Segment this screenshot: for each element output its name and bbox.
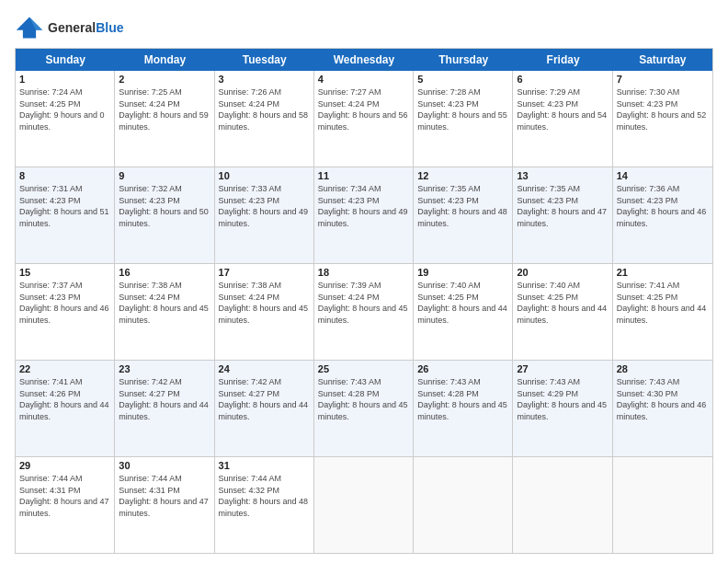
day-number: 18 (318, 267, 409, 278)
page: GeneralBlue SundayMondayTuesdayWednesday… (0, 0, 728, 563)
day-info: Sunrise: 7:34 AMSunset: 4:23 PMDaylight:… (318, 183, 409, 229)
day-info: Sunrise: 7:38 AMSunset: 4:24 PMDaylight:… (219, 280, 310, 326)
day-number: 3 (219, 74, 310, 85)
calendar-row: 1Sunrise: 7:24 AMSunset: 4:25 PMDaylight… (16, 71, 712, 167)
weekday-header: Sunday (16, 49, 115, 71)
day-info: Sunrise: 7:25 AMSunset: 4:24 PMDaylight:… (119, 86, 210, 132)
day-info: Sunrise: 7:24 AMSunset: 4:25 PMDaylight:… (19, 86, 110, 132)
day-info: Sunrise: 7:44 AMSunset: 4:32 PMDaylight:… (219, 473, 310, 519)
day-number: 9 (119, 170, 210, 181)
day-info: Sunrise: 7:35 AMSunset: 4:23 PMDaylight:… (417, 183, 508, 229)
day-number: 17 (219, 267, 310, 278)
calendar-cell: 11Sunrise: 7:34 AMSunset: 4:23 PMDayligh… (314, 167, 414, 263)
calendar-cell: 23Sunrise: 7:42 AMSunset: 4:27 PMDayligh… (115, 361, 214, 456)
calendar-cell: 25Sunrise: 7:43 AMSunset: 4:28 PMDayligh… (314, 361, 414, 456)
calendar-cell: 8Sunrise: 7:31 AMSunset: 4:23 PMDaylight… (16, 167, 115, 263)
calendar-cell: 28Sunrise: 7:43 AMSunset: 4:30 PMDayligh… (613, 361, 712, 456)
day-number: 28 (617, 363, 709, 374)
calendar-cell: 10Sunrise: 7:33 AMSunset: 4:23 PMDayligh… (215, 167, 314, 263)
calendar-cell: 30Sunrise: 7:44 AMSunset: 4:31 PMDayligh… (115, 457, 214, 553)
calendar-cell: 4Sunrise: 7:27 AMSunset: 4:24 PMDaylight… (314, 71, 414, 167)
day-number: 2 (119, 74, 210, 85)
weekday-header: Thursday (414, 49, 513, 71)
calendar-cell: 21Sunrise: 7:41 AMSunset: 4:25 PMDayligh… (613, 264, 712, 360)
day-number: 25 (318, 363, 409, 374)
day-info: Sunrise: 7:33 AMSunset: 4:23 PMDaylight:… (219, 183, 310, 229)
logo-icon (15, 15, 44, 40)
logo-text: GeneralBlue (48, 20, 123, 35)
day-info: Sunrise: 7:41 AMSunset: 4:26 PMDaylight:… (19, 376, 110, 422)
calendar-cell: 24Sunrise: 7:42 AMSunset: 4:27 PMDayligh… (215, 361, 314, 456)
weekday-header: Tuesday (215, 49, 314, 71)
weekday-header: Wednesday (314, 49, 414, 71)
calendar-cell: 27Sunrise: 7:43 AMSunset: 4:29 PMDayligh… (513, 361, 612, 456)
day-info: Sunrise: 7:30 AMSunset: 4:23 PMDaylight:… (617, 86, 709, 132)
calendar-row: 29Sunrise: 7:44 AMSunset: 4:31 PMDayligh… (16, 457, 712, 553)
day-number: 31 (219, 460, 310, 471)
day-number: 5 (417, 74, 508, 85)
day-number: 30 (119, 460, 210, 471)
day-info: Sunrise: 7:26 AMSunset: 4:24 PMDaylight:… (219, 86, 310, 132)
calendar-cell: 19Sunrise: 7:40 AMSunset: 4:25 PMDayligh… (414, 264, 513, 360)
calendar-cell (314, 457, 414, 553)
day-number: 16 (119, 267, 210, 278)
day-number: 12 (417, 170, 508, 181)
calendar-cell (414, 457, 513, 553)
calendar-cell: 16Sunrise: 7:38 AMSunset: 4:24 PMDayligh… (115, 264, 214, 360)
calendar-cell: 7Sunrise: 7:30 AMSunset: 4:23 PMDaylight… (613, 71, 712, 167)
day-number: 23 (119, 363, 210, 374)
day-number: 26 (417, 363, 508, 374)
calendar: SundayMondayTuesdayWednesdayThursdayFrid… (15, 48, 713, 554)
calendar-cell: 17Sunrise: 7:38 AMSunset: 4:24 PMDayligh… (215, 264, 314, 360)
weekday-header: Friday (513, 49, 612, 71)
day-number: 21 (617, 267, 709, 278)
calendar-cell: 12Sunrise: 7:35 AMSunset: 4:23 PMDayligh… (414, 167, 513, 263)
calendar-cell: 29Sunrise: 7:44 AMSunset: 4:31 PMDayligh… (16, 457, 115, 553)
day-number: 29 (19, 460, 110, 471)
day-info: Sunrise: 7:32 AMSunset: 4:23 PMDaylight:… (119, 183, 210, 229)
day-info: Sunrise: 7:40 AMSunset: 4:25 PMDaylight:… (417, 280, 508, 326)
day-number: 22 (19, 363, 110, 374)
header: GeneralBlue (15, 15, 713, 40)
calendar-body: 1Sunrise: 7:24 AMSunset: 4:25 PMDaylight… (16, 71, 712, 553)
calendar-cell: 3Sunrise: 7:26 AMSunset: 4:24 PMDaylight… (215, 71, 314, 167)
day-info: Sunrise: 7:29 AMSunset: 4:23 PMDaylight:… (517, 86, 608, 132)
day-number: 1 (19, 74, 110, 85)
calendar-row: 22Sunrise: 7:41 AMSunset: 4:26 PMDayligh… (16, 361, 712, 457)
calendar-cell: 1Sunrise: 7:24 AMSunset: 4:25 PMDaylight… (16, 71, 115, 167)
day-number: 7 (617, 74, 709, 85)
day-info: Sunrise: 7:37 AMSunset: 4:23 PMDaylight:… (19, 280, 110, 326)
calendar-cell (513, 457, 612, 553)
calendar-cell: 6Sunrise: 7:29 AMSunset: 4:23 PMDaylight… (513, 71, 612, 167)
day-number: 20 (517, 267, 608, 278)
day-number: 15 (19, 267, 110, 278)
day-info: Sunrise: 7:40 AMSunset: 4:25 PMDaylight:… (517, 280, 608, 326)
day-number: 4 (318, 74, 409, 85)
day-info: Sunrise: 7:44 AMSunset: 4:31 PMDaylight:… (119, 473, 210, 519)
day-number: 10 (219, 170, 310, 181)
calendar-cell: 2Sunrise: 7:25 AMSunset: 4:24 PMDaylight… (115, 71, 214, 167)
day-info: Sunrise: 7:42 AMSunset: 4:27 PMDaylight:… (219, 376, 310, 422)
day-number: 24 (219, 363, 310, 374)
weekday-header: Saturday (613, 49, 712, 71)
day-number: 13 (517, 170, 608, 181)
calendar-cell (613, 457, 712, 553)
day-number: 27 (517, 363, 608, 374)
calendar-cell: 18Sunrise: 7:39 AMSunset: 4:24 PMDayligh… (314, 264, 414, 360)
calendar-cell: 5Sunrise: 7:28 AMSunset: 4:23 PMDaylight… (414, 71, 513, 167)
calendar-cell: 26Sunrise: 7:43 AMSunset: 4:28 PMDayligh… (414, 361, 513, 456)
day-info: Sunrise: 7:41 AMSunset: 4:25 PMDaylight:… (617, 280, 709, 326)
calendar-row: 8Sunrise: 7:31 AMSunset: 4:23 PMDaylight… (16, 167, 712, 264)
day-info: Sunrise: 7:31 AMSunset: 4:23 PMDaylight:… (19, 183, 110, 229)
day-info: Sunrise: 7:36 AMSunset: 4:23 PMDaylight:… (617, 183, 709, 229)
day-number: 11 (318, 170, 409, 181)
day-number: 19 (417, 267, 508, 278)
calendar-cell: 13Sunrise: 7:35 AMSunset: 4:23 PMDayligh… (513, 167, 612, 263)
day-info: Sunrise: 7:28 AMSunset: 4:23 PMDaylight:… (417, 86, 508, 132)
day-info: Sunrise: 7:43 AMSunset: 4:28 PMDaylight:… (417, 376, 508, 422)
calendar-cell: 14Sunrise: 7:36 AMSunset: 4:23 PMDayligh… (613, 167, 712, 263)
day-info: Sunrise: 7:35 AMSunset: 4:23 PMDaylight:… (517, 183, 608, 229)
calendar-row: 15Sunrise: 7:37 AMSunset: 4:23 PMDayligh… (16, 264, 712, 361)
day-info: Sunrise: 7:43 AMSunset: 4:30 PMDaylight:… (617, 376, 709, 422)
calendar-cell: 15Sunrise: 7:37 AMSunset: 4:23 PMDayligh… (16, 264, 115, 360)
